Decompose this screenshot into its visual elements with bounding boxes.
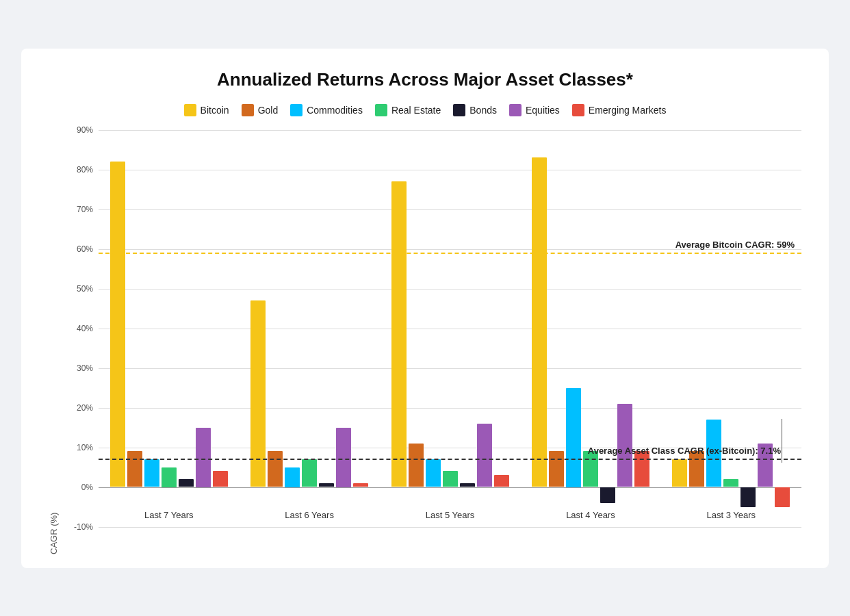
legend-item: Bitcoin <box>184 104 229 116</box>
y-tick: 50% <box>77 284 93 294</box>
bar-gold <box>549 451 564 487</box>
bar-equities <box>196 428 211 487</box>
y-axis-label: CAGR (%) <box>49 130 59 554</box>
legend-label: Emerging Markets <box>589 105 667 116</box>
bar-group-wrapper: Last 5 Years <box>380 130 520 527</box>
legend-item: Bonds <box>453 104 497 116</box>
legend-color <box>453 104 465 116</box>
bar-group-wrapper: Last 4 Years <box>520 130 660 527</box>
legend-color <box>184 104 196 116</box>
bar-gold <box>127 451 142 487</box>
bar-equities <box>477 424 492 487</box>
legend-label: Real Estate <box>391 105 441 116</box>
chart-container: Annualized Returns Across Major Asset Cl… <box>21 49 829 568</box>
y-tick: 30% <box>77 363 93 373</box>
bar-real-estate <box>723 479 738 487</box>
bar-real-estate <box>443 471 458 487</box>
group-label: Last 4 Years <box>520 500 660 527</box>
legend-label: Bitcoin <box>201 105 229 116</box>
bar-commodities <box>144 459 159 487</box>
bar-bitcoin <box>391 181 407 487</box>
group-label: Last 7 Years <box>99 500 239 527</box>
legend-color <box>375 104 387 116</box>
bar-commodities <box>426 459 441 487</box>
asset-cagr-label: Average Asset Class CAGR (ex-Bitcoin): 7… <box>588 446 781 457</box>
bar-gold <box>409 444 424 487</box>
legend-item: Real Estate <box>375 104 441 116</box>
y-tick: 90% <box>77 125 93 135</box>
bar-group-wrapper: Last 6 Years <box>239 130 379 527</box>
bars-group <box>520 130 660 500</box>
bar-commodities <box>285 467 300 487</box>
bars-section: Last 7 YearsLast 6 YearsLast 5 YearsLast… <box>99 130 801 527</box>
y-tick-labels: -10%0%10%20%30%40%50%60%70%80%90% <box>64 130 99 527</box>
y-tick: 80% <box>77 165 93 175</box>
bars-group <box>661 130 801 500</box>
bars-group <box>239 130 379 500</box>
bar-group-wrapper: Last 7 Years <box>99 130 239 527</box>
legend-label: Commodities <box>307 105 363 116</box>
y-tick: 10% <box>77 443 93 452</box>
legend-item: Equities <box>509 104 560 116</box>
y-tick: 40% <box>77 324 93 333</box>
legend-item: Gold <box>242 104 279 116</box>
bar-equities <box>336 428 351 487</box>
chart-inner: -10%0%10%20%30%40%50%60%70%80%90% Last 7… <box>64 130 801 554</box>
bar-bonds <box>600 487 615 503</box>
y-tick: 70% <box>77 205 93 214</box>
legend-color <box>290 104 302 116</box>
bar-real-estate <box>162 467 177 487</box>
bar-real-estate <box>302 459 317 487</box>
group-label: Last 6 Years <box>239 500 379 527</box>
bar-emerging-markets <box>494 475 509 487</box>
chart-title: Annualized Returns Across Major Asset Cl… <box>49 69 801 90</box>
bar-bitcoin <box>532 157 547 487</box>
chart-area: CAGR (%) -10%0%10%20%30%40%50%60%70%80%9… <box>49 130 801 554</box>
legend-item: Emerging Markets <box>572 104 667 116</box>
bar-bitcoin <box>110 162 125 487</box>
legend: BitcoinGoldCommoditiesReal EstateBondsEq… <box>49 104 801 116</box>
legend-label: Bonds <box>469 105 497 116</box>
legend-color <box>509 104 521 116</box>
bars-group <box>99 130 239 500</box>
legend-label: Gold <box>258 105 279 116</box>
group-label: Last 5 Years <box>380 500 520 527</box>
bar-bonds <box>179 479 194 487</box>
bar-emerging-markets <box>353 483 368 487</box>
y-tick: 20% <box>77 403 93 413</box>
bar-bonds <box>740 487 756 507</box>
bar-bitcoin <box>672 459 687 487</box>
legend-item: Commodities <box>290 104 363 116</box>
bar-bonds <box>319 483 334 487</box>
bars-group <box>380 130 520 500</box>
grid-line <box>99 527 801 528</box>
y-tick: 60% <box>77 244 93 254</box>
legend-color <box>242 104 254 116</box>
legend-label: Equities <box>526 105 560 116</box>
bar-group-wrapper: Last 3 Years <box>661 130 801 527</box>
bar-emerging-markets <box>213 471 228 487</box>
avg-line-vertical <box>782 419 782 463</box>
bar-commodities <box>566 388 581 487</box>
grid-and-bars: -10%0%10%20%30%40%50%60%70%80%90% Last 7… <box>64 130 801 554</box>
bar-gold <box>268 451 283 487</box>
legend-color <box>572 104 584 116</box>
bar-bonds <box>460 483 475 487</box>
asset-cagr-line: Average Asset Class CAGR (ex-Bitcoin): 7… <box>99 459 801 460</box>
y-tick: 0% <box>81 483 93 492</box>
y-tick: -10% <box>74 522 93 532</box>
bar-emerging-markets <box>775 487 790 507</box>
